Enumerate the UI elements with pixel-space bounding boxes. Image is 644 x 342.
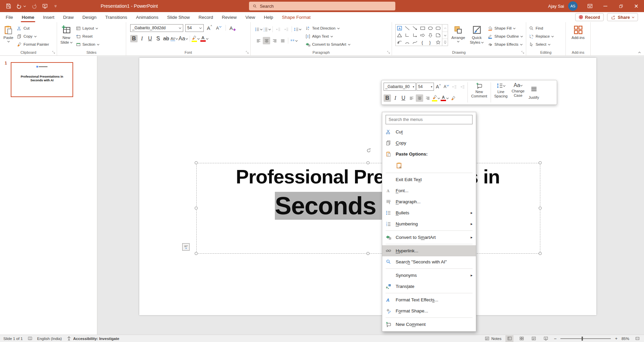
paste-button[interactable]: Paste bbox=[2, 24, 15, 49]
select-button[interactable]: Select bbox=[528, 40, 554, 48]
save-button[interactable] bbox=[5, 3, 11, 9]
character-spacing-button[interactable]: AV bbox=[170, 35, 178, 42]
arrange-button[interactable]: Arrange bbox=[450, 24, 466, 49]
tab-draw[interactable]: Draw bbox=[59, 12, 78, 22]
title-textbox-selection[interactable] bbox=[196, 163, 540, 254]
layout-dropdown-icon[interactable] bbox=[96, 27, 98, 30]
zoom-slider-thumb[interactable] bbox=[582, 337, 583, 341]
menu-item-new-comment[interactable]: New Comment bbox=[382, 319, 476, 330]
bold-button[interactable]: B bbox=[130, 35, 138, 42]
shape-down-arrow[interactable] bbox=[427, 32, 434, 39]
italic-button[interactable]: I bbox=[138, 35, 146, 42]
columns-button[interactable] bbox=[290, 37, 298, 44]
shapes-scroll-up[interactable] bbox=[442, 25, 448, 32]
ribbon-display-options-button[interactable] bbox=[582, 0, 598, 12]
section-button[interactable]: Section bbox=[75, 40, 100, 48]
mini-increase-indent-button[interactable] bbox=[459, 83, 466, 90]
menu-item-synonyms[interactable]: Synonyms▸ bbox=[382, 270, 476, 281]
shape-outline-button[interactable]: Shape Outline bbox=[487, 32, 524, 40]
shape-curve[interactable] bbox=[411, 39, 419, 46]
menu-item-copy[interactable]: Copy bbox=[382, 137, 476, 148]
tab-shape-format[interactable]: Shape Format bbox=[278, 12, 315, 22]
avatar[interactable]: AS bbox=[568, 1, 578, 11]
shape-scribble[interactable] bbox=[396, 39, 403, 46]
mini-bold-button[interactable]: B bbox=[384, 94, 391, 102]
autofit-options-button[interactable] bbox=[182, 243, 190, 251]
menu-item-paste-keep-text[interactable] bbox=[382, 160, 476, 172]
close-button[interactable]: ✕ bbox=[629, 0, 644, 12]
menu-item-hyperlink[interactable]: Hyperlink... bbox=[382, 245, 476, 256]
zoom-level[interactable]: 85% bbox=[622, 337, 629, 341]
mini-line-spacing-button[interactable]: LineSpacing bbox=[492, 82, 510, 103]
tab-insert[interactable]: Insert bbox=[39, 12, 59, 22]
decrease-indent-button[interactable] bbox=[275, 26, 282, 33]
share-button[interactable]: Share bbox=[607, 13, 638, 21]
mini-change-case-button[interactable]: Aa ChangeCase bbox=[509, 82, 527, 103]
tab-help[interactable]: Help bbox=[259, 12, 278, 22]
share-dropdown-icon[interactable] bbox=[632, 16, 634, 18]
copy-dropdown-icon[interactable] bbox=[34, 35, 37, 38]
clipboard-dialog-launcher[interactable] bbox=[52, 50, 56, 54]
collapse-ribbon-button[interactable] bbox=[638, 51, 641, 53]
menu-item-convert-to-smartart[interactable]: Convert to SmartArt▸ bbox=[382, 232, 476, 243]
bullets-button[interactable] bbox=[255, 26, 262, 33]
shape-star[interactable] bbox=[434, 39, 442, 46]
mini-align-left-button[interactable] bbox=[408, 94, 415, 102]
slide-sorter-view-button[interactable] bbox=[517, 335, 526, 342]
mini-font-size-combo[interactable]: 54▾ bbox=[416, 83, 434, 91]
zoom-in-button[interactable]: + bbox=[615, 336, 617, 341]
quick-styles-button[interactable]: Quick Styles bbox=[468, 24, 485, 49]
tab-file[interactable]: File bbox=[1, 12, 17, 22]
tab-animations[interactable]: Animations bbox=[132, 12, 163, 22]
shape-elbow-arrow-connector[interactable] bbox=[411, 32, 419, 39]
replace-button[interactable]: Replace bbox=[528, 32, 554, 40]
shape-elbow-connector[interactable] bbox=[403, 32, 411, 39]
mini-font-name-combo[interactable]: _Gabarito_80▾ bbox=[384, 83, 416, 91]
handle-top-left[interactable] bbox=[195, 161, 198, 164]
slide-indicator[interactable]: Slide 1 of 1 bbox=[3, 337, 23, 341]
customize-qat-button[interactable] bbox=[53, 4, 58, 9]
search-box[interactable] bbox=[249, 2, 395, 10]
menu-item-format-shape[interactable]: Format Shape... bbox=[382, 305, 476, 316]
shape-rounded-rectangle[interactable] bbox=[434, 25, 442, 32]
change-case-button[interactable]: Aa bbox=[179, 35, 188, 42]
mini-align-center-button[interactable] bbox=[416, 94, 423, 102]
quick-styles-dropdown-icon[interactable] bbox=[481, 41, 484, 44]
shape-snip-corner[interactable] bbox=[434, 32, 442, 39]
slide-thumbnail[interactable]: Professional Presentations in Seconds wi… bbox=[11, 62, 73, 97]
zoom-slider[interactable] bbox=[560, 338, 611, 339]
redo-button[interactable] bbox=[31, 3, 37, 9]
tab-design[interactable]: Design bbox=[78, 12, 101, 22]
tab-slide-show[interactable]: Slide Show bbox=[163, 12, 194, 22]
shape-left-brace[interactable] bbox=[419, 39, 427, 46]
mini-format-painter-button[interactable] bbox=[449, 94, 457, 102]
align-left-button[interactable] bbox=[255, 37, 262, 44]
menu-item-format-text-effects[interactable]: Format Text Effects... bbox=[382, 294, 476, 305]
mini-highlight-button[interactable] bbox=[432, 94, 440, 102]
minimize-button[interactable]: ─ bbox=[598, 0, 613, 12]
shape-arrow[interactable] bbox=[411, 25, 419, 32]
handle-top-right[interactable] bbox=[539, 161, 542, 164]
shrink-font-button[interactable]: A bbox=[215, 24, 222, 32]
menu-item-numbering[interactable]: Numbering▸ bbox=[382, 218, 476, 229]
mini-shrink-font-button[interactable]: A bbox=[443, 83, 450, 90]
menu-item-bullets[interactable]: Bullets▸ bbox=[382, 207, 476, 218]
normal-view-button[interactable] bbox=[505, 335, 513, 342]
shape-right-brace[interactable] bbox=[427, 39, 434, 46]
restore-button[interactable] bbox=[613, 0, 629, 12]
layout-button[interactable]: Layout bbox=[75, 24, 100, 32]
slideshow-view-button[interactable] bbox=[542, 335, 550, 342]
copy-button[interactable]: Copy bbox=[16, 32, 50, 40]
text-direction-button[interactable]: Text Direction bbox=[305, 24, 351, 32]
accessibility-checker[interactable]: Accessibility: Investigate bbox=[66, 336, 119, 341]
menu-search-box[interactable] bbox=[386, 115, 473, 124]
shape-oval[interactable] bbox=[427, 25, 434, 32]
language-indicator[interactable]: English (India) bbox=[37, 337, 62, 341]
handle-bottom-center[interactable] bbox=[366, 252, 369, 255]
handle-top-center[interactable] bbox=[366, 161, 369, 164]
underline-button[interactable]: U bbox=[146, 35, 154, 42]
mini-italic-button[interactable]: I bbox=[392, 94, 399, 102]
handle-bottom-right[interactable] bbox=[539, 252, 542, 255]
line-spacing-button[interactable] bbox=[294, 26, 301, 33]
menu-item-paragraph[interactable]: Paragraph... bbox=[382, 196, 476, 207]
